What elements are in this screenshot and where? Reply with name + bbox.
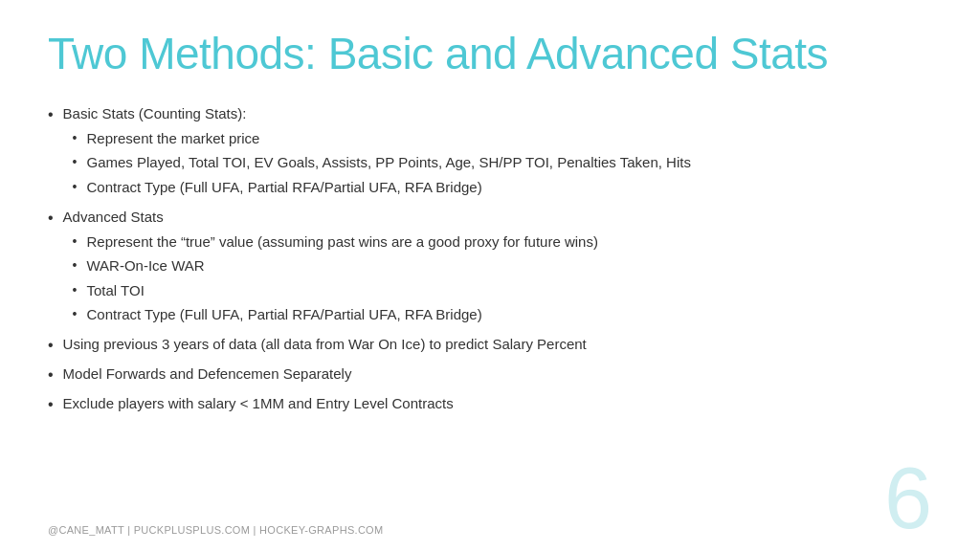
bullet-icon: •	[73, 231, 78, 253]
bullet-icon: •	[48, 207, 54, 231]
bullet-icon: •	[73, 152, 78, 173]
item-content: Advanced Stats • Represent the “true” va…	[63, 206, 932, 328]
item-content: Exclude players with salary < 1MM and En…	[63, 392, 932, 414]
bullet-icon: •	[48, 393, 54, 417]
bullet-icon: •	[73, 255, 78, 276]
sub-list: • Represent the “true” value (assuming p…	[73, 231, 932, 325]
item-content: Basic Stats (Counting Stats): • Represen…	[63, 102, 932, 201]
list-item: • Advanced Stats • Represent the “true” …	[48, 206, 932, 328]
list-item: • Exclude players with salary < 1MM and …	[48, 392, 932, 417]
list-item: • Basic Stats (Counting Stats): • Repres…	[48, 102, 932, 201]
content-area: • Basic Stats (Counting Stats): • Repres…	[48, 102, 932, 417]
list-item: • Games Played, Total TOI, EV Goals, Ass…	[73, 151, 932, 173]
top-list: • Basic Stats (Counting Stats): • Repres…	[48, 102, 932, 417]
item-label: Model Forwards and Defencemen Separately	[63, 365, 352, 382]
list-item: • Total TOI	[73, 279, 932, 301]
sub-item-text: Contract Type (Full UFA, Partial RFA/Par…	[87, 176, 932, 198]
item-label: Advanced Stats	[63, 209, 164, 225]
bullet-icon: •	[73, 128, 78, 149]
list-item: • Contract Type (Full UFA, Partial RFA/P…	[73, 176, 932, 198]
item-label: Using previous 3 years of data (all data…	[63, 336, 587, 352]
item-label: Exclude players with salary < 1MM and En…	[63, 395, 454, 411]
bullet-icon: •	[48, 334, 54, 358]
sub-item-text: Contract Type (Full UFA, Partial RFA/Par…	[87, 303, 932, 325]
list-item: • WAR-On-Ice WAR	[73, 254, 932, 276]
list-item: • Contract Type (Full UFA, Partial RFA/P…	[73, 303, 932, 325]
page-number: 6	[884, 455, 932, 541]
slide-title: Two Methods: Basic and Advanced Stats	[48, 29, 932, 79]
sub-item-text: Games Played, Total TOI, EV Goals, Assis…	[87, 151, 932, 173]
bullet-icon: •	[48, 364, 54, 387]
bullet-icon: •	[48, 103, 54, 127]
footer-text: @CANE_MATT | PUCKPLUSPLUS.COM | HOCKEY-G…	[48, 524, 383, 536]
slide: Two Methods: Basic and Advanced Stats • …	[0, 0, 980, 551]
bullet-icon: •	[73, 304, 78, 325]
item-label: Basic Stats (Counting Stats):	[63, 105, 247, 121]
list-item: • Using previous 3 years of data (all da…	[48, 333, 932, 358]
sub-item-text: Represent the market price	[87, 127, 932, 149]
list-item: • Represent the market price	[73, 127, 932, 149]
sub-list: • Represent the market price • Games Pla…	[73, 127, 932, 198]
list-item: • Model Forwards and Defencemen Separate…	[48, 363, 932, 387]
sub-item-text: Represent the “true” value (assuming pas…	[87, 231, 932, 253]
sub-item-text: WAR-On-Ice WAR	[87, 254, 932, 276]
sub-item-text: Total TOI	[87, 279, 932, 301]
item-content: Using previous 3 years of data (all data…	[63, 333, 932, 355]
bullet-icon: •	[73, 280, 78, 301]
bullet-icon: •	[73, 177, 78, 198]
item-content: Model Forwards and Defencemen Separately	[63, 363, 932, 385]
list-item: • Represent the “true” value (assuming p…	[73, 231, 932, 253]
